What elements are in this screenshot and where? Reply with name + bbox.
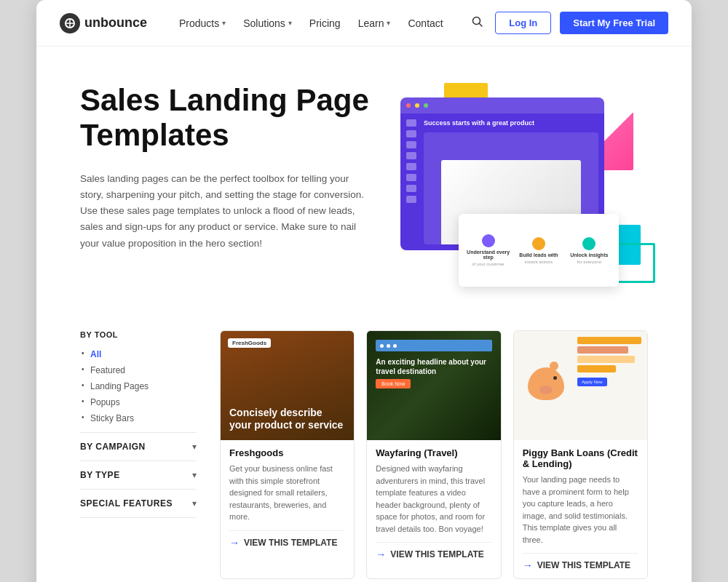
sidebar-filter-landing-pages[interactable]: Landing Pages (80, 378, 197, 394)
piggy-bar-2 (577, 346, 628, 354)
learn-chevron: ▾ (387, 19, 390, 27)
sec-card-icon-1 (482, 234, 495, 247)
freshgoods-brand-label: FreshGoods (228, 338, 271, 348)
wayfaring-cta: Book Now (376, 379, 411, 388)
template-desc-wayfaring: Designed with wayfaring adventurers in m… (376, 463, 491, 535)
template-card-piggy[interactable]: Apply Now Piggy Bank Loans (Credit & Len… (513, 330, 648, 579)
nav-actions: Log In Start My Free Trial (469, 12, 668, 34)
campaign-chevron: ▾ (192, 442, 197, 452)
piggy-right: Apply Now (577, 337, 641, 434)
template-link-piggy[interactable]: → VIEW THIS TEMPLATE (523, 553, 638, 571)
nav-contact[interactable]: Contact (408, 17, 443, 29)
sidebar-tool-5 (406, 163, 416, 170)
sidebar-filter-sticky-bars[interactable]: Sticky Bars (80, 410, 197, 426)
sidebar-filter-list: All Featured Landing Pages Popups Sticky… (80, 346, 197, 426)
piggy-cta-btn: Apply Now (577, 378, 607, 386)
sidebar-tool-7 (406, 185, 416, 192)
template-card-wayfaring[interactable]: An exciting headline about your travel d… (366, 330, 501, 579)
sidebar-by-campaign[interactable]: BY CAMPAIGN ▾ (80, 432, 197, 461)
nav-learn[interactable]: Learn ▾ (358, 17, 391, 29)
piggy-bar-3 (577, 356, 635, 363)
sec-card-col-3: Unlock insights for everyone (566, 237, 613, 264)
sec-card-subtext-3: for everyone (577, 260, 601, 264)
sec-card-subtext-1: of your customer (472, 262, 505, 266)
sec-card-icon-2 (532, 237, 545, 250)
template-link-wayfaring[interactable]: → VIEW THIS TEMPLATE (376, 542, 491, 560)
sidebar-special-label: SPECIAL FEATURES (80, 498, 173, 509)
piggy-bar-1 (577, 337, 641, 344)
piggy-snout (539, 386, 553, 394)
piggy-left (520, 337, 573, 434)
template-link-freshgoods[interactable]: → VIEW THIS TEMPLATE (229, 530, 345, 549)
special-chevron: ▾ (192, 498, 197, 509)
sidebar-tool-3 (406, 141, 416, 148)
nav-products[interactable]: Products ▾ (179, 17, 226, 29)
hero-description: Sales landing pages can be the perfect t… (80, 171, 371, 252)
hero-illustration: Success starts with a great product Unde… (400, 83, 648, 287)
templates-grid: FreshGoods Concisely describe your produ… (220, 330, 648, 579)
nav-links: Products ▾ Solutions ▾ Pricing Learn ▾ C… (179, 17, 448, 29)
arrow-icon-wayfaring: → (376, 549, 386, 560)
sidebar-by-tool-title: BY TOOL (80, 330, 197, 339)
sec-card-col-1: Understand every step of your customer (464, 234, 512, 266)
nav-solutions[interactable]: Solutions ▾ (243, 17, 292, 29)
template-name-freshgoods: Freshgoods (229, 447, 345, 458)
template-name-wayfaring: Wayfaring (Travel) (376, 447, 491, 458)
template-desc-piggy: Your landing page needs to have a promin… (523, 474, 638, 546)
sec-card-icon-3 (582, 237, 596, 250)
template-info-piggy: Piggy Bank Loans (Credit & Lending) Your… (514, 440, 647, 578)
template-card-freshgoods[interactable]: FreshGoods Concisely describe your produ… (220, 330, 355, 579)
template-info-wayfaring: Wayfaring (Travel) Designed with wayfari… (367, 440, 500, 567)
sec-card-text-1: Understand every step (464, 250, 512, 260)
grid-3: FreshGoods Concisely describe your produ… (220, 330, 648, 579)
hero-card-headline: Success starts with a great product (424, 119, 598, 128)
sec-card-col-2: Build leads with instant actions (515, 237, 562, 264)
link-text-piggy: VIEW THIS TEMPLATE (537, 560, 630, 570)
search-button[interactable] (469, 13, 486, 33)
nav-pricing[interactable]: Pricing (309, 17, 341, 29)
piggy-eye (553, 376, 557, 380)
wf-dot-1 (380, 344, 384, 348)
hero-card-secondary: Understand every step of your customer B… (459, 214, 619, 287)
sec-card-subtext-2: instant actions (525, 260, 553, 264)
dot-green (424, 103, 428, 108)
sidebar-tool-8 (406, 196, 416, 203)
sidebar: BY TOOL All Featured Landing Pages Popup… (80, 330, 197, 579)
svg-line-4 (480, 23, 483, 26)
logo[interactable]: unbounce (60, 13, 147, 33)
sidebar-tool-4 (406, 152, 416, 159)
search-icon (472, 17, 483, 30)
sidebar-special-features[interactable]: SPECIAL FEATURES ▾ (80, 489, 197, 518)
dot-red (406, 103, 411, 108)
main-content: BY TOOL All Featured Landing Pages Popup… (36, 316, 692, 582)
hero-card-topbar (400, 97, 604, 113)
link-text-wayfaring: VIEW THIS TEMPLATE (390, 549, 483, 559)
products-chevron: ▾ (222, 19, 226, 27)
sidebar-campaign-label: BY CAMPAIGN (80, 442, 146, 452)
sidebar-by-tool: BY TOOL All Featured Landing Pages Popup… (80, 330, 197, 426)
sidebar-by-type[interactable]: BY TYPE ▾ (80, 461, 197, 489)
dot-yellow (415, 103, 419, 108)
wf-dot-3 (393, 344, 397, 348)
hero-section: Sales Landing Page Templates Sales landi… (36, 47, 692, 316)
sidebar-filter-featured[interactable]: Featured (80, 362, 197, 378)
link-text-freshgoods: VIEW THIS TEMPLATE (244, 538, 337, 548)
logo-text: unbounce (84, 15, 147, 31)
sec-card-text-2: Build leads with (519, 252, 558, 258)
hero-title: Sales Landing Page Templates (80, 83, 371, 154)
page-container: unbounce Products ▾ Solutions ▾ Pricing … (36, 0, 692, 582)
piggy-icon (528, 367, 564, 400)
sidebar-tool-6 (406, 174, 416, 181)
template-info-freshgoods: Freshgoods Get your business online fast… (221, 440, 354, 556)
wayfaring-headline: An exciting headline about your travel d… (376, 357, 491, 376)
trial-button[interactable]: Start My Free Trial (560, 12, 668, 34)
sidebar-type-label: BY TYPE (80, 470, 120, 480)
thumbnail-wayfaring: An exciting headline about your travel d… (367, 331, 500, 440)
piggy-ear (550, 362, 558, 370)
sidebar-filter-all[interactable]: All (80, 346, 197, 362)
sidebar-filter-popups[interactable]: Popups (80, 394, 197, 410)
freshgoods-headline: Concisely describe your product or servi… (229, 407, 345, 431)
sidebar-tool-1 (406, 119, 416, 127)
login-button[interactable]: Log In (495, 12, 551, 34)
sidebar-tool-2 (406, 130, 416, 137)
